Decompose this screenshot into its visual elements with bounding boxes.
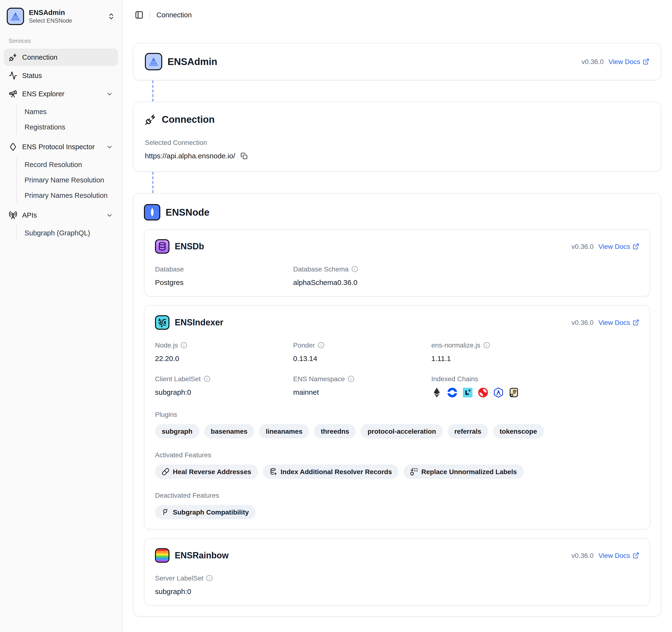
- info-icon[interactable]: [181, 342, 188, 348]
- sidebar-item-subgraph-graphql[interactable]: Subgraph (GraphQL): [17, 225, 118, 241]
- ensadmin-logo-icon: [7, 8, 24, 25]
- card-connector-dashed-line: [152, 172, 153, 193]
- chain-base-icon: [447, 387, 458, 398]
- info-icon[interactable]: [352, 266, 358, 272]
- sidebar-item-ens-explorer[interactable]: ENS Explorer: [4, 85, 118, 102]
- database-schema-value: alphaSchema0.36.0: [293, 278, 431, 286]
- ensnode-card-title: ENSNode: [166, 207, 209, 218]
- database-plus-icon: [269, 468, 277, 476]
- chevron-down-icon: [106, 90, 113, 97]
- info-icon[interactable]: [483, 342, 490, 348]
- feature-chip-subgraph-compatibility: Subgraph Compatibility: [155, 505, 256, 519]
- ensdb-card: ENSDb v0.36.0 View Docs Database P: [144, 229, 650, 296]
- sidebar-item-primary-name-resolution[interactable]: Primary Name Resolution: [17, 172, 118, 188]
- ens-namespace-value: mainnet: [293, 388, 431, 396]
- feature-chip-index-additional-resolver-records: Index Additional Resolver Records: [263, 464, 399, 479]
- ensrainbow-view-docs-link[interactable]: View Docs: [598, 552, 639, 559]
- sidebar-item-registrations[interactable]: Registrations: [17, 119, 118, 135]
- ensindexer-view-docs-link[interactable]: View Docs: [598, 319, 639, 326]
- ensindexer-card: ENSIndexer v0.36.0 View Docs N: [144, 305, 650, 530]
- ens-normalize-label: ens-normalize.js: [431, 341, 639, 349]
- topbar: Connection: [122, 0, 672, 30]
- indexed-chains-list: [431, 387, 639, 398]
- ens-namespace-label: ENS Namespace: [293, 375, 431, 383]
- sidebar-item-names[interactable]: Names: [17, 104, 118, 119]
- content: ENSAdmin v0.36.0 View Docs: [122, 30, 672, 616]
- activated-features-list: Heal Reverse Addresses Index Additional …: [155, 464, 639, 479]
- client-labelset-value: subgraph:0: [155, 388, 293, 396]
- card-connector-dashed-line: [152, 80, 153, 102]
- nodejs-label: Node.js: [155, 341, 293, 349]
- ensrainbow-card: ENSRainbow v0.36.0 View Docs Se: [144, 538, 650, 606]
- chain-arbitrum-icon: [493, 387, 504, 398]
- ensdb-card-title: ENSDb: [175, 241, 204, 251]
- info-icon[interactable]: [206, 575, 213, 581]
- chevrons-up-down-icon: [107, 13, 115, 20]
- plugin-chip: basenames: [204, 424, 255, 438]
- sidebar-item-label: Status: [22, 72, 42, 79]
- info-icon[interactable]: [348, 375, 355, 382]
- ensdb-logo-icon: [155, 239, 169, 254]
- sidebar-item-primary-names-resolution[interactable]: Primary Names Resolution: [17, 188, 118, 203]
- deactivated-features-list: Subgraph Compatibility: [155, 505, 639, 519]
- ensadmin-card: ENSAdmin v0.36.0 View Docs: [133, 43, 662, 80]
- client-labelset-label: Client LabelSet: [155, 375, 293, 383]
- sidebar-item-label: APIs: [22, 211, 37, 219]
- chevron-down-icon: [106, 143, 113, 150]
- app-subtitle: Select ENSNode: [29, 17, 72, 24]
- ensadmin-view-docs-link[interactable]: View Docs: [608, 58, 649, 66]
- sidebar-item-connection[interactable]: Connection: [4, 49, 118, 66]
- ensrainbow-card-title: ENSRainbow: [175, 551, 229, 561]
- ensrainbow-version: v0.36.0: [571, 552, 594, 559]
- ensnode-selector[interactable]: ENSAdmin Select ENSNode: [4, 4, 118, 29]
- ensrainbow-logo-icon: [155, 548, 169, 563]
- feature-chip-heal-reverse-addresses: Heal Reverse Addresses: [155, 464, 258, 479]
- main-area: Connection ENSAdmin v0.36.0 View Docs: [122, 0, 672, 632]
- telescope-icon: [9, 90, 17, 98]
- sidebar-toggle-button[interactable]: [135, 10, 143, 19]
- chevron-down-icon: [106, 212, 113, 219]
- plug-zap-icon: [9, 53, 17, 62]
- plugins-label: Plugins: [155, 411, 639, 418]
- ensindexer-version: v0.36.0: [571, 319, 594, 326]
- sidebar-item-label: ENS Protocol Inspector: [22, 143, 95, 151]
- info-icon[interactable]: [203, 375, 210, 382]
- database-label: Database: [155, 265, 293, 273]
- ensadmin-app: ENSAdmin Select ENSNode Services Connect…: [0, 0, 672, 632]
- sidebar-section-label: Services: [4, 29, 118, 48]
- activated-features-label: Activated Features: [155, 451, 639, 459]
- ensdb-view-docs-link[interactable]: View Docs: [598, 243, 639, 250]
- external-link-icon: [643, 58, 649, 65]
- ponder-label: Ponder: [293, 341, 431, 349]
- chain-linea-icon: [462, 387, 473, 398]
- ensnode-logo-icon: [144, 204, 160, 220]
- sidebar-item-record-resolution[interactable]: Record Resolution: [17, 157, 118, 172]
- ensindexer-card-title: ENSIndexer: [175, 317, 223, 327]
- sidebar-item-apis[interactable]: APIs: [4, 206, 118, 224]
- plugin-chip: protocol-acceleration: [361, 424, 443, 438]
- radio-tower-icon: [9, 211, 17, 219]
- breadcrumb: Connection: [157, 11, 192, 19]
- ens-protocol-inspector-sublist: Record Resolution Primary Name Resolutio…: [16, 157, 118, 203]
- connection-card: Connection Selected Connection https://a…: [133, 102, 662, 172]
- info-icon[interactable]: [318, 342, 325, 348]
- external-link-icon: [632, 552, 639, 559]
- selected-connection-label: Selected Connection: [145, 139, 649, 146]
- subgraph-icon: [162, 508, 169, 516]
- bandage-icon: [162, 468, 169, 476]
- feature-chip-replace-unnormalized-labels: Replace Unnormalized Labels: [404, 464, 524, 479]
- server-labelset-value: subgraph:0: [155, 587, 293, 595]
- apis-sublist: Subgraph (GraphQL): [16, 225, 118, 241]
- ens-explorer-sublist: Names Registrations: [16, 104, 118, 135]
- topbar-divider: [150, 11, 150, 19]
- copy-url-button[interactable]: [240, 152, 248, 160]
- sidebar-item-status[interactable]: Status: [4, 67, 118, 84]
- connection-card-title: Connection: [162, 114, 215, 125]
- deactivated-features-label: Deactivated Features: [155, 491, 639, 499]
- ensadmin-card-title: ENSAdmin: [168, 56, 217, 67]
- sidebar: ENSAdmin Select ENSNode Services Connect…: [0, 0, 122, 632]
- ensdb-version: v0.36.0: [571, 243, 594, 250]
- ensadmin-version: v0.36.0: [581, 58, 604, 66]
- chain-optimism-icon: [478, 387, 488, 398]
- sidebar-item-ens-protocol-inspector[interactable]: ENS Protocol Inspector: [4, 138, 118, 155]
